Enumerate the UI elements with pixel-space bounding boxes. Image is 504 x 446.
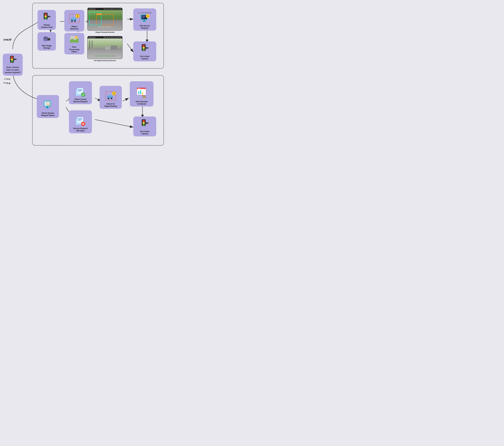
no-illegal-parking-camera: Facing East Mon Apr 22 2024 12:23:04 PM …	[87, 36, 123, 63]
check-service-icon	[43, 101, 53, 112]
svg-rect-100	[140, 90, 141, 94]
svg-rect-92	[114, 93, 114, 94]
raw-image-label: Raw Image Storage	[42, 45, 52, 49]
no-illegal-label: No Illegal Parking Detected	[87, 60, 123, 61]
svg-rect-50	[142, 16, 145, 16]
svg-rect-65	[47, 106, 48, 108]
object-detection-icon	[69, 14, 80, 25]
add-outcome-node: Add Outcome to Dataset	[130, 81, 154, 107]
diagram-container: If FALSE If TRUE Does camera have an ope…	[0, 0, 168, 149]
svg-point-90	[111, 98, 112, 99]
svg-point-97	[139, 88, 140, 89]
check-service-label: Check Service Request Status	[41, 112, 54, 117]
svg-rect-75	[78, 91, 81, 92]
svg-point-96	[138, 88, 139, 89]
svg-point-19	[11, 60, 13, 63]
camera2-facing: Facing East	[89, 37, 95, 38]
svg-point-110	[143, 124, 145, 126]
check-illegal-parking-node: Check for Illegal Parking	[100, 86, 122, 109]
svg-point-26	[45, 17, 47, 19]
svg-rect-101	[142, 92, 143, 94]
go-next-camera-bottom-node: Go to Next Camera	[133, 116, 156, 136]
svg-point-106	[144, 96, 145, 97]
svg-point-34	[43, 40, 48, 41]
svg-point-112	[146, 122, 147, 124]
svg-rect-80	[78, 118, 82, 119]
svg-point-89	[108, 98, 109, 99]
svg-marker-62	[147, 47, 148, 49]
svg-point-59	[143, 49, 145, 51]
svg-point-25	[45, 15, 47, 18]
police-closed-node: Police Closed Service Request	[69, 81, 92, 104]
camera2-time: Mon Apr 22 2024 12:23:04 PM	[104, 37, 121, 38]
svg-rect-99	[138, 91, 139, 94]
camera1-time: Mon Apr 22 2024 12:27:29 PM	[104, 8, 121, 10]
if-true-text: If TRUE	[3, 82, 11, 85]
object-detection-label: Object Detection	[70, 25, 79, 30]
svg-point-68	[47, 103, 49, 105]
file-service-request-node: (If > time threshold) File Service Reque…	[133, 8, 156, 31]
svg-point-21	[14, 59, 15, 60]
svg-rect-40	[72, 17, 75, 19]
svg-marker-113	[147, 122, 148, 124]
svg-rect-74	[78, 90, 82, 91]
svg-rect-88	[108, 95, 112, 96]
svg-rect-37	[48, 39, 50, 39]
svg-rect-66	[46, 108, 49, 108]
svg-point-76	[81, 93, 85, 97]
object-detection-node: Object Detection	[64, 10, 84, 31]
raw-image-icon	[43, 36, 51, 44]
svg-point-18	[11, 58, 13, 60]
add-outcome-icon	[137, 88, 147, 100]
file-service-icon	[140, 14, 149, 24]
stream-camera-label: Stream Camera Feed	[41, 24, 52, 29]
stream-camera-icon	[43, 12, 51, 23]
svg-marker-22	[16, 58, 17, 60]
svg-rect-53	[144, 20, 145, 21]
svg-rect-54	[143, 21, 146, 22]
svg-point-47	[75, 36, 77, 39]
svg-rect-82	[78, 120, 81, 121]
svg-point-108	[143, 120, 145, 122]
post-processing-icon	[70, 35, 79, 45]
raw-image-node: Raw Image Storage	[37, 32, 56, 51]
service-still-open-label: Service Request Still Open	[73, 127, 88, 132]
go-next-top-icon	[141, 44, 149, 55]
file-service-label: File Service Request	[140, 25, 150, 29]
svg-rect-93	[114, 94, 114, 95]
go-next-bottom-icon	[141, 119, 149, 130]
svg-rect-51	[142, 17, 146, 17]
file-service-sublabel: (If > time threshold)	[138, 12, 151, 14]
svg-point-24	[45, 13, 47, 16]
service-still-open-icon	[75, 116, 86, 127]
svg-point-41	[71, 20, 73, 22]
post-processing-label: Post- Processing Filters	[69, 46, 79, 53]
add-outcome-label: Add Outcome to Dataset	[136, 101, 148, 105]
svg-point-58	[143, 47, 145, 49]
svg-rect-45	[77, 17, 78, 17]
svg-rect-52	[142, 18, 144, 18]
svg-point-104	[143, 98, 146, 99]
go-next-bottom-label: Go to Next Camera	[140, 130, 149, 135]
start-node-label: Does camera have an open service request…	[4, 66, 21, 74]
if-true-label: If TRUE	[4, 78, 10, 80]
go-next-top-label: Go to Next Camera	[140, 55, 149, 60]
svg-point-109	[143, 122, 145, 124]
post-processing-node: Post- Processing Filters	[64, 33, 84, 55]
police-closed-icon	[75, 87, 86, 98]
svg-point-57	[143, 45, 145, 47]
svg-rect-81	[78, 119, 82, 120]
detection-label: truck 0.91	[96, 14, 102, 15]
svg-point-42	[74, 20, 76, 22]
illegal-detected-label: Illegal Parking Detected	[87, 31, 123, 33]
svg-point-28	[48, 16, 49, 17]
camera1-facing: Facing East	[89, 8, 95, 10]
illegal-parking-camera: Facing East Mon Apr 22 2024 12:27:29 PM …	[87, 8, 123, 35]
police-closed-label: Police Closed Service Request	[73, 98, 88, 103]
svg-point-98	[140, 88, 141, 89]
svg-rect-44	[77, 15, 78, 16]
check-illegal-label: Check for Illegal Parking	[105, 103, 117, 108]
start-node: Does camera have an open service request…	[3, 54, 23, 76]
go-next-camera-top-node: Go to Next Camera	[133, 41, 156, 61]
start-icon	[4, 56, 21, 66]
